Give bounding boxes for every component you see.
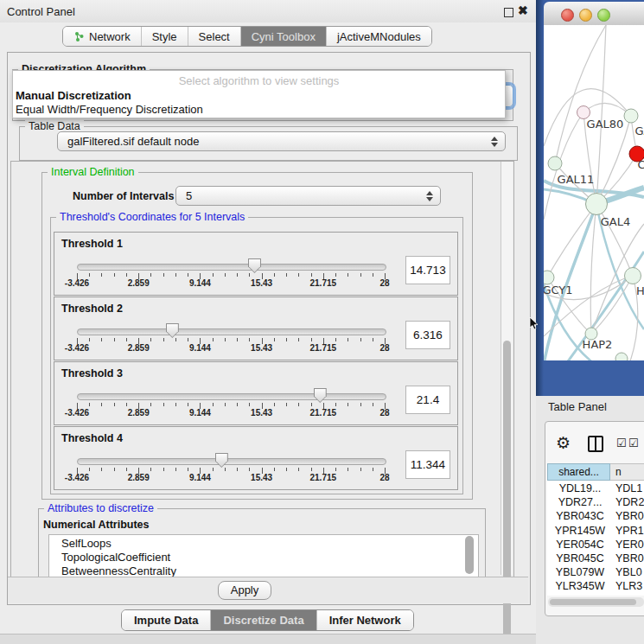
slider-thumb[interactable]: [215, 453, 228, 468]
network-edge[interactable]: [590, 204, 596, 334]
cell-name: YIL0: [615, 595, 638, 596]
table-row[interactable]: YBR045CYBR0: [547, 552, 644, 565]
slider-track[interactable]: [77, 458, 386, 465]
minor-tick: [150, 403, 151, 406]
minor-tick: [274, 403, 275, 406]
number-of-intervals-combobox[interactable]: 5: [175, 186, 441, 206]
minor-tick: [249, 468, 250, 471]
minor-tick: [114, 468, 115, 471]
network-window-titlebar[interactable]: [544, 2, 644, 26]
table-row[interactable]: YBR043CYBR0: [547, 509, 644, 523]
slider-thumb[interactable]: [166, 323, 179, 338]
horizontal-scrollbar-thumb[interactable]: [550, 599, 636, 605]
threshold-value-field[interactable]: 11.344: [405, 450, 450, 479]
minimize-traffic-light-icon[interactable]: [579, 9, 592, 22]
minor-tick: [286, 468, 287, 471]
column-header-name[interactable]: n: [610, 463, 644, 481]
cell-shared-name: YIL052C: [552, 595, 608, 596]
slider-thumb[interactable]: [314, 388, 327, 403]
attributes-list-scrollbar-thumb[interactable]: [465, 536, 474, 574]
zoom-traffic-light-icon[interactable]: [597, 9, 610, 22]
minor-tick: [114, 273, 115, 277]
checkbox-checked-icon[interactable]: ☑: [628, 437, 639, 450]
checkbox-checked-icon[interactable]: ☑: [616, 437, 627, 450]
tab-impute-data[interactable]: Impute Data: [122, 610, 211, 630]
table-row[interactable]: YBL079WYBL0: [547, 565, 644, 579]
table-row[interactable]: YIL052CYIL0: [547, 594, 644, 596]
node-label-c: C: [637, 158, 644, 171]
minor-tick: [175, 273, 176, 277]
group-label-table-data: Table Data: [25, 120, 84, 132]
tab-jactivemnodules[interactable]: jActiveMNodules: [327, 27, 431, 46]
tab-style[interactable]: Style: [142, 27, 188, 46]
vertical-scrollbar[interactable]: [501, 162, 513, 575]
slider-thumb[interactable]: [248, 258, 261, 273]
minor-tick: [286, 403, 287, 406]
minor-tick: [237, 273, 238, 277]
slider-track[interactable]: [77, 393, 386, 400]
cell-name: YBR0: [615, 510, 644, 522]
network-edge[interactable]: [583, 103, 631, 116]
tick-label: 2.859: [128, 408, 150, 418]
control-panel-titlebar: Control Panel ✖: [0, 0, 536, 22]
minor-tick: [360, 273, 361, 277]
float-window-icon[interactable]: [504, 8, 513, 17]
threshold-box-3: Threshold 3-3.4262.8599.14415.4321.71528…: [54, 361, 458, 425]
slider-track[interactable]: [77, 328, 386, 335]
tab-discretize-data[interactable]: Discretize Data: [211, 610, 316, 630]
close-icon[interactable]: ✖: [518, 3, 528, 17]
tab-select[interactable]: Select: [188, 27, 241, 46]
threshold-label: Threshold 4: [61, 432, 123, 444]
table-row[interactable]: YDL19...YDL1: [547, 481, 644, 495]
table-row[interactable]: YER054CYER0: [547, 538, 644, 552]
node-top-right[interactable]: [624, 109, 638, 123]
tick-label: 2.859: [128, 473, 150, 482]
algorithm-prompt-option: Select algorithm to view settings: [13, 74, 505, 87]
cell-shared-name: YBL079W: [552, 566, 608, 578]
table-row[interactable]: YPR145WYPR1: [547, 524, 644, 538]
minor-tick: [225, 468, 226, 471]
network-canvas[interactable]: GAL80GACGAL11GAL4GCY1HHAP2: [544, 25, 644, 360]
numerical-attributes-list[interactable]: SelfLoopsTopologicalCoefficientBetweenne…: [48, 534, 479, 577]
column-header-shared-name[interactable]: shared...: [547, 463, 610, 481]
network-edge[interactable]: [555, 25, 606, 163]
algorithm-option-manual[interactable]: Manual Discretization: [16, 89, 131, 102]
number-of-intervals-value: 5: [186, 189, 192, 202]
minor-tick: [175, 468, 176, 471]
network-edge[interactable]: [596, 25, 606, 204]
threshold-value-field[interactable]: 21.4: [405, 386, 450, 414]
minor-tick: [175, 403, 176, 406]
tick-label: -3.426: [65, 473, 89, 482]
minor-tick: [274, 468, 275, 471]
minor-tick: [360, 338, 361, 341]
table-row[interactable]: YDR27...YDR2: [547, 495, 644, 509]
node-bottom[interactable]: [615, 353, 628, 360]
threshold-value-field[interactable]: 6.316: [405, 321, 450, 349]
tab-network[interactable]: Network: [63, 27, 142, 46]
panel-title: Control Panel: [7, 5, 75, 18]
slider-track[interactable]: [77, 264, 386, 271]
tab-infer-network[interactable]: Infer Network: [317, 610, 413, 630]
node-h[interactable]: [625, 268, 641, 284]
attribute-item-selfloops[interactable]: SelfLoops: [61, 537, 112, 550]
algorithm-option-equal-width[interactable]: Equal Width/Frequency Discretization: [16, 103, 203, 116]
threshold-value-field[interactable]: 14.713: [405, 256, 450, 284]
attribute-item-betweennesscentrality[interactable]: BetweennessCentrality: [61, 564, 176, 577]
minor-tick: [249, 273, 250, 277]
split-columns-icon[interactable]: [588, 436, 603, 452]
minor-tick: [150, 273, 151, 277]
group-label-thresholds: Threshold's Coordinates for 5 Intervals: [56, 211, 248, 223]
table-data-combobox[interactable]: galFiltered.sif default node: [57, 131, 506, 151]
table-row[interactable]: YLR345WYLR3: [547, 579, 644, 593]
node-gcy1[interactable]: [544, 271, 554, 284]
minor-tick: [237, 338, 238, 341]
tick-label: 21.715: [310, 408, 337, 418]
horizontal-scrollbar[interactable]: [548, 597, 644, 607]
node-gal11[interactable]: [548, 156, 562, 170]
attribute-item-topologicalcoefficient[interactable]: TopologicalCoefficient: [61, 551, 170, 564]
apply-button[interactable]: Apply: [218, 581, 271, 600]
node-gal4[interactable]: [586, 194, 608, 215]
close-traffic-light-icon[interactable]: [561, 9, 574, 22]
gear-icon[interactable]: ⚙: [556, 433, 571, 453]
tab-cyni-toolbox[interactable]: Cyni Toolbox: [241, 27, 327, 46]
